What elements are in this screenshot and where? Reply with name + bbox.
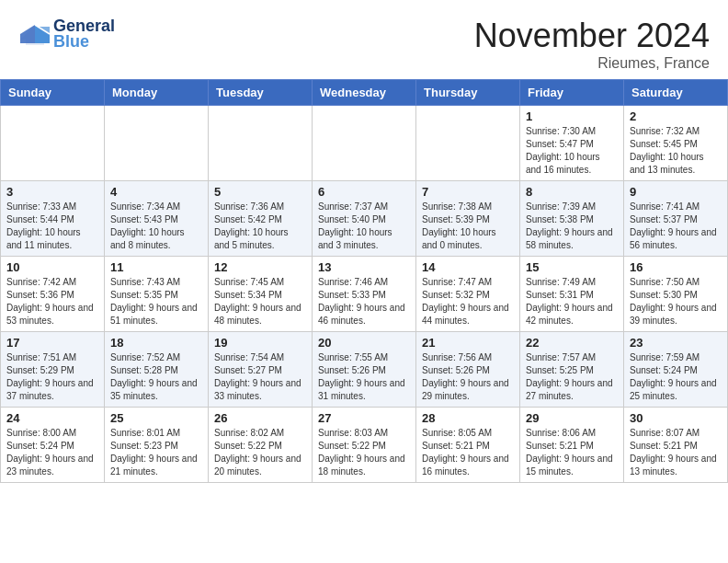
calendar-cell: 30Sunrise: 8:07 AMSunset: 5:21 PMDayligh… — [624, 408, 728, 483]
logo: General Blue — [18, 17, 115, 52]
calendar-day-header: Saturday — [624, 80, 728, 106]
calendar-day-header: Monday — [105, 80, 209, 106]
calendar-table: SundayMondayTuesdayWednesdayThursdayFrid… — [0, 79, 728, 483]
day-number: 10 — [6, 260, 98, 274]
day-number: 24 — [6, 411, 98, 425]
calendar-cell — [209, 106, 313, 181]
day-number: 22 — [526, 336, 618, 350]
location: Rieumes, France — [474, 55, 710, 72]
day-number: 27 — [318, 411, 410, 425]
day-number: 18 — [110, 336, 202, 350]
day-number: 23 — [630, 336, 722, 350]
calendar-cell: 18Sunrise: 7:52 AMSunset: 5:28 PMDayligh… — [105, 332, 209, 408]
day-info: Sunrise: 8:00 AMSunset: 5:24 PMDaylight:… — [6, 427, 98, 478]
day-number: 9 — [630, 185, 722, 199]
day-number: 17 — [6, 336, 98, 350]
calendar-cell: 16Sunrise: 7:50 AMSunset: 5:30 PMDayligh… — [624, 257, 728, 332]
day-number: 20 — [318, 336, 410, 350]
day-info: Sunrise: 8:01 AMSunset: 5:23 PMDaylight:… — [110, 427, 202, 478]
calendar-cell: 11Sunrise: 7:43 AMSunset: 5:35 PMDayligh… — [105, 257, 209, 332]
calendar-cell: 9Sunrise: 7:41 AMSunset: 5:37 PMDaylight… — [624, 181, 728, 257]
calendar-day-header: Friday — [520, 80, 624, 106]
calendar-cell — [313, 106, 416, 181]
day-info: Sunrise: 8:05 AMSunset: 5:21 PMDaylight:… — [422, 427, 514, 478]
calendar-cell: 14Sunrise: 7:47 AMSunset: 5:32 PMDayligh… — [416, 257, 520, 332]
day-info: Sunrise: 8:03 AMSunset: 5:22 PMDaylight:… — [318, 427, 410, 478]
calendar-cell: 1Sunrise: 7:30 AMSunset: 5:47 PMDaylight… — [520, 106, 624, 181]
day-number: 21 — [422, 336, 514, 350]
day-number: 7 — [422, 185, 514, 199]
day-info: Sunrise: 7:57 AMSunset: 5:25 PMDaylight:… — [526, 351, 618, 403]
day-number: 30 — [630, 411, 722, 425]
calendar-cell: 2Sunrise: 7:32 AMSunset: 5:45 PMDaylight… — [624, 106, 728, 181]
day-info: Sunrise: 7:47 AMSunset: 5:32 PMDaylight:… — [422, 276, 514, 327]
day-info: Sunrise: 7:59 AMSunset: 5:24 PMDaylight:… — [630, 351, 722, 403]
day-info: Sunrise: 7:34 AMSunset: 5:43 PMDaylight:… — [110, 201, 202, 252]
day-number: 8 — [526, 185, 618, 199]
calendar-cell — [105, 106, 209, 181]
month-title: November 2024 — [474, 17, 710, 55]
day-number: 19 — [214, 336, 306, 350]
day-info: Sunrise: 7:39 AMSunset: 5:38 PMDaylight:… — [526, 201, 618, 252]
calendar-cell: 22Sunrise: 7:57 AMSunset: 5:25 PMDayligh… — [520, 332, 624, 408]
calendar-day-header: Wednesday — [313, 80, 416, 106]
day-info: Sunrise: 7:30 AMSunset: 5:47 PMDaylight:… — [526, 125, 618, 177]
calendar-cell: 26Sunrise: 8:02 AMSunset: 5:22 PMDayligh… — [209, 408, 313, 483]
calendar-cell: 19Sunrise: 7:54 AMSunset: 5:27 PMDayligh… — [209, 332, 313, 408]
calendar-cell — [1, 106, 105, 181]
day-number: 16 — [630, 260, 722, 274]
day-number: 28 — [422, 411, 514, 425]
day-info: Sunrise: 7:45 AMSunset: 5:34 PMDaylight:… — [214, 276, 306, 327]
day-info: Sunrise: 7:43 AMSunset: 5:35 PMDaylight:… — [110, 276, 202, 327]
logo-text-blue: Blue — [53, 32, 115, 52]
calendar-cell: 8Sunrise: 7:39 AMSunset: 5:38 PMDaylight… — [520, 181, 624, 257]
calendar-cell: 23Sunrise: 7:59 AMSunset: 5:24 PMDayligh… — [624, 332, 728, 408]
day-info: Sunrise: 7:56 AMSunset: 5:26 PMDaylight:… — [422, 351, 514, 403]
calendar-day-header: Tuesday — [209, 80, 313, 106]
day-info: Sunrise: 7:38 AMSunset: 5:39 PMDaylight:… — [422, 201, 514, 252]
day-info: Sunrise: 8:07 AMSunset: 5:21 PMDaylight:… — [630, 427, 722, 478]
day-info: Sunrise: 7:49 AMSunset: 5:31 PMDaylight:… — [526, 276, 618, 327]
day-number: 26 — [214, 411, 306, 425]
calendar-cell: 6Sunrise: 7:37 AMSunset: 5:40 PMDaylight… — [313, 181, 416, 257]
calendar-cell: 21Sunrise: 7:56 AMSunset: 5:26 PMDayligh… — [416, 332, 520, 408]
day-info: Sunrise: 7:36 AMSunset: 5:42 PMDaylight:… — [214, 201, 306, 252]
day-number: 4 — [110, 185, 202, 199]
calendar-day-header: Sunday — [1, 80, 105, 106]
day-info: Sunrise: 7:46 AMSunset: 5:33 PMDaylight:… — [318, 276, 410, 327]
day-info: Sunrise: 8:06 AMSunset: 5:21 PMDaylight:… — [526, 427, 618, 478]
day-info: Sunrise: 7:41 AMSunset: 5:37 PMDaylight:… — [630, 201, 722, 252]
calendar-cell: 12Sunrise: 7:45 AMSunset: 5:34 PMDayligh… — [209, 257, 313, 332]
day-number: 1 — [526, 109, 618, 123]
day-number: 25 — [110, 411, 202, 425]
logo-icon — [18, 21, 51, 47]
calendar-cell: 24Sunrise: 8:00 AMSunset: 5:24 PMDayligh… — [1, 408, 105, 483]
day-number: 6 — [318, 185, 410, 199]
day-number: 2 — [630, 109, 722, 123]
calendar-cell: 20Sunrise: 7:55 AMSunset: 5:26 PMDayligh… — [313, 332, 416, 408]
calendar-cell: 10Sunrise: 7:42 AMSunset: 5:36 PMDayligh… — [1, 257, 105, 332]
day-info: Sunrise: 8:02 AMSunset: 5:22 PMDaylight:… — [214, 427, 306, 478]
day-info: Sunrise: 7:55 AMSunset: 5:26 PMDaylight:… — [318, 351, 410, 403]
calendar-cell: 28Sunrise: 8:05 AMSunset: 5:21 PMDayligh… — [416, 408, 520, 483]
day-info: Sunrise: 7:51 AMSunset: 5:29 PMDaylight:… — [6, 351, 98, 403]
calendar-day-header: Thursday — [416, 80, 520, 106]
day-info: Sunrise: 7:52 AMSunset: 5:28 PMDaylight:… — [110, 351, 202, 403]
day-number: 29 — [526, 411, 618, 425]
day-number: 11 — [110, 260, 202, 274]
day-info: Sunrise: 7:54 AMSunset: 5:27 PMDaylight:… — [214, 351, 306, 403]
day-info: Sunrise: 7:37 AMSunset: 5:40 PMDaylight:… — [318, 201, 410, 252]
calendar-cell: 29Sunrise: 8:06 AMSunset: 5:21 PMDayligh… — [520, 408, 624, 483]
day-number: 5 — [214, 185, 306, 199]
calendar-cell: 25Sunrise: 8:01 AMSunset: 5:23 PMDayligh… — [105, 408, 209, 483]
calendar-cell — [416, 106, 520, 181]
calendar-cell: 5Sunrise: 7:36 AMSunset: 5:42 PMDaylight… — [209, 181, 313, 257]
calendar-cell: 17Sunrise: 7:51 AMSunset: 5:29 PMDayligh… — [1, 332, 105, 408]
day-number: 14 — [422, 260, 514, 274]
day-info: Sunrise: 7:33 AMSunset: 5:44 PMDaylight:… — [6, 201, 98, 252]
calendar-cell: 13Sunrise: 7:46 AMSunset: 5:33 PMDayligh… — [313, 257, 416, 332]
calendar-header-row: SundayMondayTuesdayWednesdayThursdayFrid… — [1, 80, 728, 106]
calendar-cell: 15Sunrise: 7:49 AMSunset: 5:31 PMDayligh… — [520, 257, 624, 332]
day-info: Sunrise: 7:50 AMSunset: 5:30 PMDaylight:… — [630, 276, 722, 327]
calendar-cell: 7Sunrise: 7:38 AMSunset: 5:39 PMDaylight… — [416, 181, 520, 257]
